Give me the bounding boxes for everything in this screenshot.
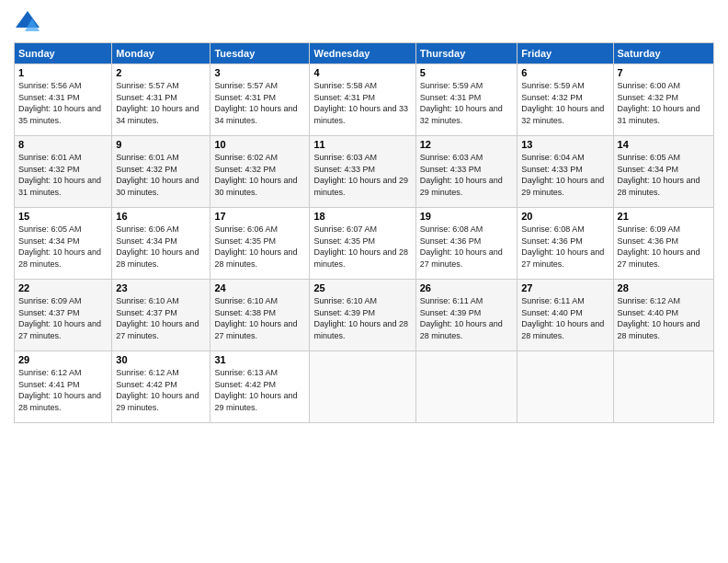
day-info: Sunrise: 6:09 AMSunset: 4:37 PMDaylight:… xyxy=(18,295,108,341)
day-info: Sunrise: 6:08 AMSunset: 4:36 PMDaylight:… xyxy=(521,224,609,270)
day-number: 29 xyxy=(18,354,108,365)
day-cell: 26Sunrise: 6:11 AMSunset: 4:39 PMDayligh… xyxy=(415,280,517,351)
week-row-5: 29Sunrise: 6:12 AMSunset: 4:41 PMDayligh… xyxy=(15,351,714,423)
day-info: Sunrise: 6:08 AMSunset: 4:36 PMDaylight:… xyxy=(420,224,513,270)
day-number: 12 xyxy=(420,139,513,150)
day-cell: 1Sunrise: 5:56 AMSunset: 4:31 PMDaylight… xyxy=(15,64,112,136)
day-number: 19 xyxy=(420,211,513,222)
day-number: 16 xyxy=(116,211,206,222)
header-row: SundayMondayTuesdayWednesdayThursdayFrid… xyxy=(15,43,714,64)
day-cell: 25Sunrise: 6:10 AMSunset: 4:39 PMDayligh… xyxy=(310,280,415,351)
header-cell-saturday: Saturday xyxy=(613,43,713,64)
day-cell: 19Sunrise: 6:08 AMSunset: 4:36 PMDayligh… xyxy=(415,208,517,280)
day-info: Sunrise: 6:01 AMSunset: 4:32 PMDaylight:… xyxy=(116,152,206,198)
logo xyxy=(14,9,44,37)
day-info: Sunrise: 6:10 AMSunset: 4:38 PMDaylight:… xyxy=(214,295,305,341)
day-number: 3 xyxy=(214,67,305,78)
day-number: 11 xyxy=(313,139,411,150)
day-info: Sunrise: 6:12 AMSunset: 4:42 PMDaylight:… xyxy=(116,367,206,413)
day-cell: 5Sunrise: 5:59 AMSunset: 4:31 PMDaylight… xyxy=(415,64,517,136)
day-number: 7 xyxy=(618,67,710,78)
header xyxy=(14,9,714,37)
header-cell-tuesday: Tuesday xyxy=(210,43,310,64)
day-cell: 21Sunrise: 6:09 AMSunset: 4:36 PMDayligh… xyxy=(613,208,713,280)
day-cell: 29Sunrise: 6:12 AMSunset: 4:41 PMDayligh… xyxy=(15,351,112,423)
day-number: 6 xyxy=(521,67,609,78)
day-number: 31 xyxy=(214,354,305,365)
day-info: Sunrise: 6:04 AMSunset: 4:33 PMDaylight:… xyxy=(521,152,609,198)
day-number: 15 xyxy=(18,211,108,222)
day-cell: 12Sunrise: 6:03 AMSunset: 4:33 PMDayligh… xyxy=(415,136,517,208)
day-cell: 15Sunrise: 6:05 AMSunset: 4:34 PMDayligh… xyxy=(15,208,112,280)
day-number: 26 xyxy=(420,282,513,293)
day-info: Sunrise: 6:12 AMSunset: 4:40 PMDaylight:… xyxy=(618,295,710,341)
day-info: Sunrise: 6:13 AMSunset: 4:42 PMDaylight:… xyxy=(214,367,305,413)
day-info: Sunrise: 6:10 AMSunset: 4:39 PMDaylight:… xyxy=(313,295,411,341)
day-cell: 3Sunrise: 5:57 AMSunset: 4:31 PMDaylight… xyxy=(210,64,310,136)
day-cell: 8Sunrise: 6:01 AMSunset: 4:32 PMDaylight… xyxy=(15,136,112,208)
day-number: 23 xyxy=(116,282,206,293)
day-number: 24 xyxy=(214,282,305,293)
logo-icon xyxy=(14,9,41,37)
day-number: 22 xyxy=(18,282,108,293)
day-info: Sunrise: 6:06 AMSunset: 4:35 PMDaylight:… xyxy=(214,224,305,270)
day-cell: 22Sunrise: 6:09 AMSunset: 4:37 PMDayligh… xyxy=(15,280,112,351)
day-number: 30 xyxy=(116,354,206,365)
day-number: 27 xyxy=(521,282,609,293)
day-info: Sunrise: 5:59 AMSunset: 4:31 PMDaylight:… xyxy=(420,80,513,126)
day-number: 1 xyxy=(18,67,108,78)
week-row-4: 22Sunrise: 6:09 AMSunset: 4:37 PMDayligh… xyxy=(15,280,714,351)
day-number: 4 xyxy=(313,67,411,78)
day-number: 21 xyxy=(618,211,710,222)
day-cell: 28Sunrise: 6:12 AMSunset: 4:40 PMDayligh… xyxy=(613,280,713,351)
day-number: 13 xyxy=(521,139,609,150)
day-cell: 24Sunrise: 6:10 AMSunset: 4:38 PMDayligh… xyxy=(210,280,310,351)
day-number: 9 xyxy=(116,139,206,150)
day-info: Sunrise: 6:07 AMSunset: 4:35 PMDaylight:… xyxy=(313,224,411,270)
week-row-1: 1Sunrise: 5:56 AMSunset: 4:31 PMDaylight… xyxy=(15,64,714,136)
day-info: Sunrise: 5:57 AMSunset: 4:31 PMDaylight:… xyxy=(116,80,206,126)
day-cell: 16Sunrise: 6:06 AMSunset: 4:34 PMDayligh… xyxy=(112,208,210,280)
header-cell-thursday: Thursday xyxy=(415,43,517,64)
day-cell: 7Sunrise: 6:00 AMSunset: 4:32 PMDaylight… xyxy=(613,64,713,136)
day-info: Sunrise: 5:58 AMSunset: 4:31 PMDaylight:… xyxy=(313,80,411,126)
day-cell: 13Sunrise: 6:04 AMSunset: 4:33 PMDayligh… xyxy=(518,136,613,208)
day-info: Sunrise: 6:01 AMSunset: 4:32 PMDaylight:… xyxy=(18,152,108,198)
day-cell xyxy=(310,351,415,423)
day-info: Sunrise: 6:03 AMSunset: 4:33 PMDaylight:… xyxy=(313,152,411,198)
calendar-header: SundayMondayTuesdayWednesdayThursdayFrid… xyxy=(15,43,714,64)
day-info: Sunrise: 6:03 AMSunset: 4:33 PMDaylight:… xyxy=(420,152,513,198)
day-info: Sunrise: 5:57 AMSunset: 4:31 PMDaylight:… xyxy=(214,80,305,126)
header-cell-monday: Monday xyxy=(112,43,210,64)
day-cell: 11Sunrise: 6:03 AMSunset: 4:33 PMDayligh… xyxy=(310,136,415,208)
day-cell xyxy=(415,351,517,423)
day-cell: 17Sunrise: 6:06 AMSunset: 4:35 PMDayligh… xyxy=(210,208,310,280)
day-number: 28 xyxy=(618,282,710,293)
day-cell: 30Sunrise: 6:12 AMSunset: 4:42 PMDayligh… xyxy=(112,351,210,423)
day-cell: 27Sunrise: 6:11 AMSunset: 4:40 PMDayligh… xyxy=(518,280,613,351)
day-number: 8 xyxy=(18,139,108,150)
day-cell: 4Sunrise: 5:58 AMSunset: 4:31 PMDaylight… xyxy=(310,64,415,136)
header-cell-sunday: Sunday xyxy=(15,43,112,64)
day-number: 20 xyxy=(521,211,609,222)
day-cell: 2Sunrise: 5:57 AMSunset: 4:31 PMDaylight… xyxy=(112,64,210,136)
calendar-table: SundayMondayTuesdayWednesdayThursdayFrid… xyxy=(14,42,714,423)
calendar-body: 1Sunrise: 5:56 AMSunset: 4:31 PMDaylight… xyxy=(15,64,714,423)
day-cell xyxy=(518,351,613,423)
day-info: Sunrise: 5:59 AMSunset: 4:32 PMDaylight:… xyxy=(521,80,609,126)
day-info: Sunrise: 6:10 AMSunset: 4:37 PMDaylight:… xyxy=(116,295,206,341)
day-info: Sunrise: 6:06 AMSunset: 4:34 PMDaylight:… xyxy=(116,224,206,270)
day-cell: 23Sunrise: 6:10 AMSunset: 4:37 PMDayligh… xyxy=(112,280,210,351)
day-number: 18 xyxy=(313,211,411,222)
day-info: Sunrise: 6:00 AMSunset: 4:32 PMDaylight:… xyxy=(618,80,710,126)
day-number: 10 xyxy=(214,139,305,150)
day-cell: 6Sunrise: 5:59 AMSunset: 4:32 PMDaylight… xyxy=(518,64,613,136)
day-info: Sunrise: 6:12 AMSunset: 4:41 PMDaylight:… xyxy=(18,367,108,413)
day-number: 14 xyxy=(618,139,710,150)
week-row-2: 8Sunrise: 6:01 AMSunset: 4:32 PMDaylight… xyxy=(15,136,714,208)
day-number: 17 xyxy=(214,211,305,222)
page: SundayMondayTuesdayWednesdayThursdayFrid… xyxy=(0,0,728,563)
day-number: 2 xyxy=(116,67,206,78)
header-cell-friday: Friday xyxy=(518,43,613,64)
header-cell-wednesday: Wednesday xyxy=(310,43,415,64)
